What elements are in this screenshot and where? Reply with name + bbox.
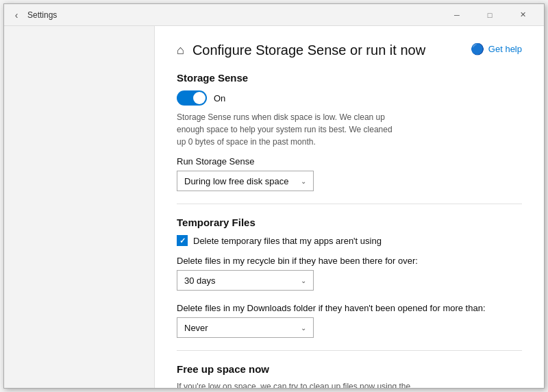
maximize-button[interactable]: □ (474, 4, 506, 26)
free-up-section: Free up space now If you're low on space… (177, 363, 522, 388)
back-button[interactable]: ‹ (10, 8, 23, 22)
delete-temp-checkbox[interactable]: ✓ (177, 235, 188, 246)
get-help-icon: 🔵 (471, 42, 484, 56)
main-content: 🔵 Get help ⌂ Configure Storage Sense or … (155, 26, 544, 388)
downloads-label: Delete files in my Downloads folder if t… (177, 303, 522, 313)
storage-sense-toggle[interactable] (177, 90, 207, 106)
titlebar-controls: ─ □ ✕ (441, 4, 538, 26)
storage-sense-section: Storage Sense On Storage Sense runs when… (177, 72, 522, 191)
toggle-knob (193, 92, 206, 104)
toggle-label: On (214, 93, 225, 103)
downloads-dropdown[interactable]: Never ⌄ (177, 317, 314, 338)
free-up-title: Free up space now (177, 363, 522, 375)
checkmark-icon: ✓ (179, 236, 186, 245)
divider-2 (177, 350, 522, 351)
settings-window: ‹ Settings ─ □ ✕ 🔵 Get help ⌂ Configure … (3, 3, 545, 389)
divider-1 (177, 204, 522, 204)
recycle-dropdown-value: 30 days (184, 275, 216, 286)
home-icon: ⌂ (177, 43, 184, 58)
run-storage-sense-label: Run Storage Sense (177, 156, 522, 167)
content-area: 🔵 Get help ⌂ Configure Storage Sense or … (4, 26, 544, 388)
downloads-dropdown-chevron: ⌄ (301, 324, 306, 332)
temporary-files-section: Temporary Files ✓ Delete temporary files… (177, 217, 522, 338)
titlebar-title: Settings (27, 10, 57, 20)
run-dropdown[interactable]: During low free disk space ⌄ (177, 171, 314, 191)
sidebar (4, 26, 155, 388)
recycle-dropdown-chevron: ⌄ (301, 277, 306, 284)
titlebar: ‹ Settings ─ □ ✕ (4, 4, 544, 26)
run-dropdown-value: During low free disk space (184, 176, 288, 186)
free-up-description: If you're low on space, we can try to cl… (177, 382, 437, 388)
delete-temp-label: Delete temporary files that my apps aren… (193, 236, 382, 246)
downloads-dropdown-value: Never (184, 323, 208, 333)
storage-sense-description: Storage Sense runs when disk space is lo… (177, 111, 396, 148)
get-help-link[interactable]: 🔵 Get help (471, 42, 522, 56)
close-button[interactable]: ✕ (507, 4, 538, 26)
titlebar-left: ‹ Settings (10, 8, 57, 22)
page-title: Configure Storage Sense or run it now (192, 42, 425, 58)
toggle-row: On (177, 90, 522, 106)
run-dropdown-chevron: ⌄ (301, 177, 306, 185)
delete-temp-row: ✓ Delete temporary files that my apps ar… (177, 235, 522, 246)
storage-sense-title: Storage Sense (177, 72, 522, 84)
temp-files-title: Temporary Files (177, 217, 522, 228)
recycle-dropdown[interactable]: 30 days ⌄ (177, 270, 314, 291)
get-help-label: Get help (488, 44, 522, 54)
recycle-bin-label: Delete files in my recycle bin if they h… (177, 256, 522, 266)
minimize-button[interactable]: ─ (441, 4, 473, 26)
